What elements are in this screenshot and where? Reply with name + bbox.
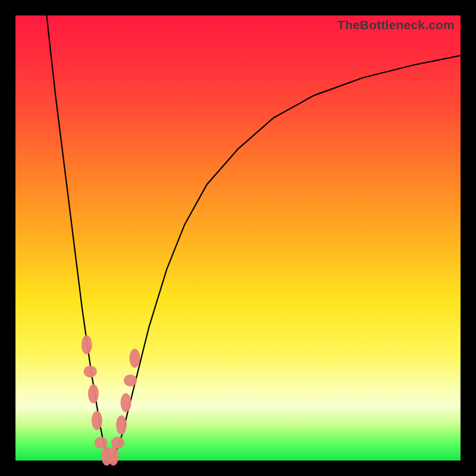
curve-marker [82,336,92,355]
curve-marker [92,411,102,430]
plot-area: TheBottleneck.com [15,15,461,461]
curve-marker [111,437,124,449]
curve-marker [130,349,140,368]
curve-marker [124,374,137,386]
bottleneck-curve-svg [15,15,461,461]
curve-marker [84,365,97,377]
bottleneck-curve-path [46,15,461,456]
curve-marker [88,384,99,403]
curve-marker [108,447,119,466]
curve-marker [116,415,127,434]
curve-marker [121,393,131,412]
outer-frame: TheBottleneck.com [0,0,476,476]
